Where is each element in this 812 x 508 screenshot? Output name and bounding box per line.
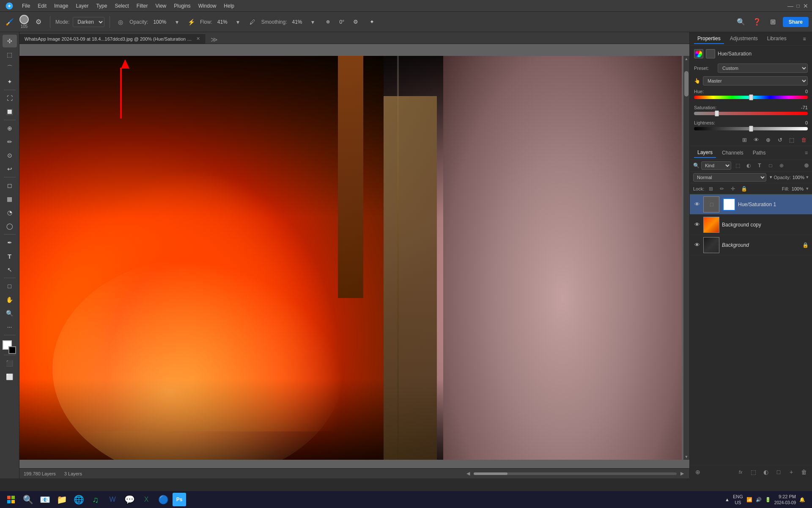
notification-icon[interactable]: 🔔	[799, 497, 805, 502]
scroll-track-v[interactable]	[683, 62, 689, 454]
brush-tool-btn[interactable]: 🖌️	[3, 16, 16, 28]
menu-layer[interactable]: Layer	[72, 2, 92, 10]
opacity-stepper[interactable]: ▾	[806, 174, 809, 180]
battery-icon[interactable]: 🔋	[765, 497, 771, 502]
mask-btn[interactable]: ⬚	[749, 467, 758, 477]
shape-tool[interactable]: □	[3, 280, 17, 293]
taskbar-app-spotify[interactable]: ♫	[88, 492, 103, 507]
search-btn[interactable]: 🔍	[735, 16, 747, 28]
path-select-tool[interactable]: ↖	[3, 263, 17, 276]
hand-tool[interactable]: ✋	[3, 293, 17, 306]
link-icon[interactable]: ⊕	[764, 135, 772, 144]
hue-thumb[interactable]	[749, 94, 753, 100]
flow-arrow[interactable]: ▾	[233, 17, 244, 28]
hue-track[interactable]	[694, 96, 808, 99]
collapse-panel-btn[interactable]: ≫	[207, 36, 221, 44]
horizontal-scrollbar[interactable]: ◀ ▶	[465, 471, 685, 477]
tab-close-btn[interactable]: ✕	[196, 36, 200, 41]
menu-plugins[interactable]: Plugins	[170, 2, 194, 10]
menu-file[interactable]: File	[19, 2, 33, 10]
document-tab[interactable]: WhatsApp Image 2024-03-09 at 18.4...167d…	[19, 33, 206, 44]
tab-paths[interactable]: Paths	[749, 148, 769, 157]
filter-toggle-dot[interactable]	[804, 163, 809, 168]
lock-artboard-btn[interactable]: ✛	[729, 185, 737, 193]
screen-mode-btn[interactable]: ⬜	[3, 370, 17, 383]
volume-icon[interactable]: 🔊	[756, 497, 762, 502]
lock-paint-btn[interactable]: ✏	[718, 185, 726, 193]
light-track[interactable]	[694, 127, 808, 130]
clone-tool[interactable]: ⊙	[3, 149, 17, 162]
pressure-opacity-icon[interactable]: ⚡	[186, 17, 197, 28]
pen-tool[interactable]: ✒	[3, 236, 17, 249]
kind-select[interactable]: Kind Name Effect Mode Attribute Color	[701, 161, 731, 170]
canvas-scroll[interactable]: ▲ ▼	[19, 44, 689, 468]
scroll-up-btn[interactable]: ▲	[683, 56, 689, 62]
light-thumb[interactable]	[749, 126, 753, 132]
scroll-down-btn[interactable]: ▼	[683, 454, 689, 460]
scroll-thumb-v[interactable]	[684, 71, 689, 97]
menu-view[interactable]: View	[152, 2, 170, 10]
scroll-thumb-h[interactable]	[474, 472, 508, 475]
tab-libraries[interactable]: Libraries	[764, 34, 790, 44]
delete-adj-icon[interactable]: 🗑	[799, 135, 808, 144]
taskbar-app-explorer[interactable]: 📁	[54, 492, 69, 507]
move-tool[interactable]: ✣	[3, 35, 17, 47]
menu-type[interactable]: Type	[93, 2, 110, 10]
lasso-tool[interactable]: ⌒	[3, 62, 17, 75]
sat-thumb[interactable]	[715, 110, 719, 116]
eraser-tool[interactable]: ◻	[3, 179, 17, 192]
mode-select[interactable]: Darken Normal Multiply	[73, 17, 104, 27]
taskbar-app-search[interactable]: 🔍	[20, 492, 36, 507]
foreground-color[interactable]	[3, 340, 12, 350]
close-btn[interactable]: ✕	[803, 3, 809, 9]
visibility-icon[interactable]: ⬚	[787, 135, 796, 144]
taskbar-time[interactable]: 9:22 PM 2024-03-09	[774, 494, 796, 505]
brush-tool[interactable]: ✏	[3, 135, 17, 148]
reset-icon[interactable]: ↺	[776, 135, 784, 144]
delete-layer-btn[interactable]: 🗑	[799, 467, 809, 477]
group-btn[interactable]: □	[774, 467, 783, 477]
hand-cursor-icon[interactable]: 👆	[694, 78, 700, 84]
brush-angle-btn[interactable]: ⊕	[322, 16, 335, 28]
help-btn[interactable]: ❓	[751, 16, 763, 28]
brush-settings-btn[interactable]: ⚙	[32, 16, 45, 28]
heal-tool[interactable]: ⊕	[3, 122, 17, 135]
layer-eye-bgcopy[interactable]: 👁	[693, 221, 701, 229]
opacity-arrow[interactable]: ▾	[171, 17, 182, 28]
menu-filter[interactable]: Filter	[133, 2, 151, 10]
filter-shape-icon[interactable]: □	[766, 161, 775, 170]
blur-tool[interactable]: ◔	[3, 206, 17, 219]
scroll-right-btn[interactable]: ▶	[679, 471, 685, 477]
brush-size-picker[interactable]: 105	[19, 15, 29, 29]
taskbar-app-excel[interactable]: X	[139, 492, 154, 507]
scroll-track-h[interactable]	[474, 472, 677, 475]
maximize-btn[interactable]: □	[795, 3, 801, 9]
clip-to-layer-icon[interactable]: ⊞	[740, 135, 749, 144]
layer-eye-huesat[interactable]: 👁	[693, 201, 701, 208]
airbrush-icon[interactable]: ◎	[115, 17, 126, 28]
menu-window[interactable]: Window	[195, 2, 220, 10]
tab-channels[interactable]: Channels	[719, 148, 747, 157]
tab-layers[interactable]: Layers	[694, 148, 716, 158]
filter-smart-icon[interactable]: ⊕	[777, 161, 786, 170]
extra-tools[interactable]: ···	[3, 320, 17, 333]
menu-image[interactable]: Image	[51, 2, 71, 10]
crop-tool[interactable]: ⛶	[3, 92, 17, 105]
taskbar-app-edge[interactable]: 🔵	[156, 492, 171, 507]
taskbar-app-chrome[interactable]: 🌐	[71, 492, 86, 507]
eyedropper-tool[interactable]: 🔲	[3, 105, 17, 118]
channel-select[interactable]: Master Reds Yellows Greens Cyans Blues M…	[703, 76, 808, 86]
preset-select[interactable]: Custom Default Cyanotype	[718, 64, 808, 73]
menu-help[interactable]: Help	[220, 2, 238, 10]
share-button[interactable]: Share	[783, 17, 809, 27]
lock-all-btn[interactable]: 🔒	[740, 185, 748, 193]
symmetry-btn[interactable]: ⚙	[349, 16, 362, 28]
panel-toggle-btn[interactable]: ⊞	[767, 16, 779, 28]
sys-tray-arrow[interactable]: ▲	[725, 497, 730, 502]
wifi-icon[interactable]: 📶	[746, 497, 752, 502]
scroll-left-btn[interactable]: ◀	[465, 471, 471, 477]
vertical-scrollbar[interactable]: ▲ ▼	[683, 56, 689, 460]
adj-layer-btn[interactable]: ◐	[761, 467, 771, 477]
new-layer-btn[interactable]: +	[787, 467, 796, 477]
history-brush[interactable]: ↩	[3, 163, 17, 175]
